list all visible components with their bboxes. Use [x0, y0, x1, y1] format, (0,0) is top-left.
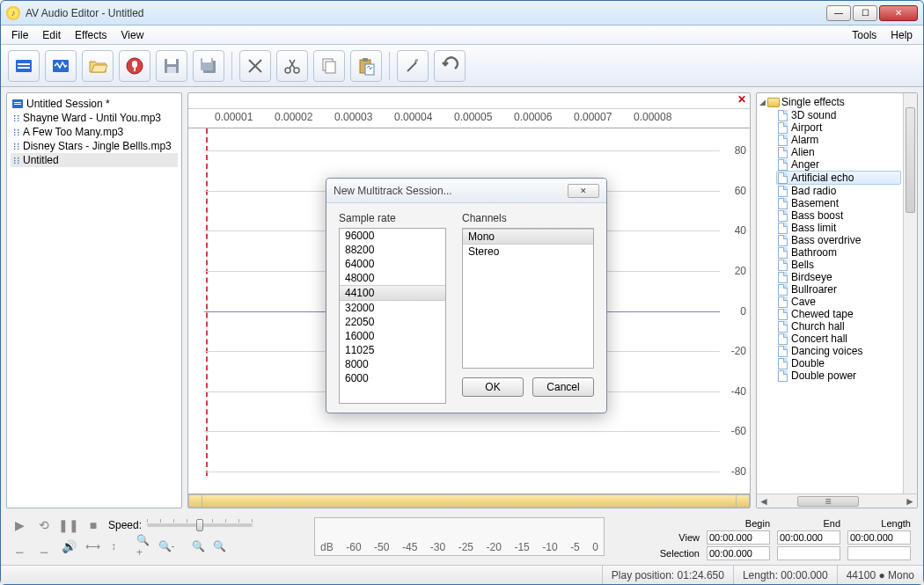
sel-end-input[interactable] [777, 546, 840, 560]
view-begin-input[interactable] [707, 530, 770, 545]
channels-listbox[interactable]: MonoStereo [462, 228, 594, 369]
zoom-out-button[interactable]: 🔍- [158, 538, 175, 554]
menu-tools[interactable]: Tools [845, 27, 884, 43]
maximize-button[interactable]: ☐ [853, 5, 877, 21]
file-item[interactable]: ⫶⫶Untitled [11, 153, 178, 167]
save-all-button[interactable] [193, 50, 224, 82]
sample-rate-option[interactable]: 11025 [340, 343, 445, 357]
sample-rate-option[interactable]: 22050 [340, 315, 445, 329]
scroll-left-cap[interactable] [188, 494, 202, 508]
collapse-icon[interactable]: ◢ [759, 98, 766, 106]
playhead-marker[interactable] [206, 128, 208, 476]
close-button[interactable]: ✕ [879, 5, 918, 21]
sample-rate-option[interactable]: 96000 [340, 229, 445, 243]
effect-item[interactable]: Bad radio [776, 185, 901, 197]
play-button[interactable]: ▶ [10, 517, 29, 533]
effect-item[interactable]: Artificial echo [776, 171, 901, 185]
minimize-button[interactable]: — [826, 5, 851, 21]
new-session-dialog[interactable]: New Multitrack Session... ✕ Sample rate … [326, 178, 607, 413]
effect-item[interactable]: Bathroom [776, 246, 901, 259]
sample-rate-option[interactable]: 6000 [340, 371, 445, 385]
zoom-in-button[interactable]: 🔍+ [136, 538, 154, 554]
copy-cut-button[interactable] [276, 50, 308, 82]
pause-button[interactable]: ❚❚ [59, 517, 78, 533]
effects-hscrollbar[interactable]: ◄ ≡ ► [757, 494, 917, 508]
effect-item[interactable]: 3D sound [776, 109, 901, 121]
undo-button[interactable] [434, 50, 466, 82]
sample-rate-option[interactable]: 48000 [340, 271, 445, 285]
effect-item[interactable]: Airport [776, 121, 901, 134]
effect-item[interactable]: Alien [776, 146, 901, 158]
effect-item[interactable]: Basement [776, 197, 901, 209]
effect-item[interactable]: Double [776, 357, 901, 369]
sample-rate-listbox[interactable]: 9600088200640004800044100320002205016000… [339, 228, 446, 404]
sample-rate-option[interactable]: 32000 [340, 301, 445, 315]
effect-item[interactable]: Cave [776, 296, 901, 308]
prev-button[interactable]: ⎯ [10, 538, 29, 554]
effect-item[interactable]: Alarm [776, 134, 901, 146]
open-button[interactable] [82, 50, 114, 82]
dialog-close-button[interactable]: ✕ [568, 184, 599, 198]
sample-rate-option[interactable]: 16000 [340, 329, 445, 343]
copy-button[interactable] [313, 50, 345, 82]
sel-length-input[interactable] [847, 546, 911, 560]
file-item[interactable]: ⫶⫶Disney Stars - Jingle Bellls.mp3 [11, 139, 178, 153]
sample-rate-option[interactable]: 8000 [340, 357, 445, 371]
zoom-reset-button[interactable]: 🔍 [210, 538, 228, 554]
new-session-button[interactable] [8, 50, 40, 82]
effect-item[interactable]: Concert hall [776, 333, 901, 345]
effect-item[interactable]: Anger [776, 158, 901, 171]
slider-knob[interactable] [196, 519, 203, 531]
sel-begin-input[interactable] [707, 546, 770, 560]
time-ruler[interactable]: 0.000010.000020.000030.000040.000050.000… [188, 109, 750, 128]
effects-wand-button[interactable] [397, 50, 429, 82]
effect-item[interactable]: Double power [776, 369, 901, 382]
effect-item[interactable]: Bass boost [776, 209, 901, 222]
menu-help[interactable]: Help [884, 27, 920, 43]
view-length-input[interactable] [847, 530, 911, 545]
scroll-track[interactable] [202, 494, 736, 508]
speed-slider[interactable] [147, 523, 253, 527]
stop-button[interactable]: ■ [84, 517, 103, 533]
horizontal-scrollbar[interactable] [188, 494, 750, 508]
sample-rate-option[interactable]: 88200 [340, 243, 445, 257]
record-button[interactable] [119, 50, 150, 82]
effect-item[interactable]: Bells [776, 259, 901, 271]
new-file-button[interactable] [45, 50, 77, 82]
zoom-fit-v-button[interactable]: ↕ [105, 538, 122, 554]
channel-option[interactable]: Mono [463, 229, 593, 245]
menu-view[interactable]: View [114, 27, 151, 43]
file-item[interactable]: ⫶⫶Shayne Ward - Until You.mp3 [11, 111, 178, 125]
effect-item[interactable]: Bullroarer [776, 283, 901, 296]
effect-item[interactable]: Birdseye [776, 271, 901, 283]
dialog-titlebar[interactable]: New Multitrack Session... ✕ [326, 179, 606, 203]
view-end-input[interactable] [777, 530, 840, 545]
effect-item[interactable]: Dancing voices [776, 345, 901, 357]
effect-item[interactable]: Chewed tape [776, 308, 901, 320]
zoom-fit-h-button[interactable]: ⟷ [84, 538, 101, 554]
close-tab-icon[interactable]: ✕ [737, 93, 746, 108]
scroll-thumb[interactable] [906, 107, 915, 213]
channel-option[interactable]: Stereo [463, 245, 593, 259]
tree-root[interactable]: ◢Single effects [759, 95, 901, 109]
save-button[interactable] [156, 50, 187, 82]
menu-file[interactable]: File [4, 27, 35, 43]
sample-rate-option[interactable]: 44100 [340, 285, 445, 301]
scroll-right-icon[interactable]: ► [903, 495, 917, 508]
file-item[interactable]: Untitled Session * [11, 97, 178, 111]
loop-button[interactable]: ⟲ [34, 517, 54, 533]
sample-rate-option[interactable]: 64000 [340, 257, 445, 271]
file-item[interactable]: ⫶⫶A Few Too Many.mp3 [11, 125, 178, 139]
paste-button[interactable] [350, 50, 382, 82]
next-button[interactable]: ⎯ [34, 538, 54, 554]
effect-item[interactable]: Bass limit [776, 222, 901, 234]
ok-button[interactable]: OK [462, 377, 524, 397]
titlebar[interactable]: ♪ AV Audio Editor - Untitled — ☐ ✕ [1, 1, 923, 26]
volume-button[interactable]: 🔊 [59, 538, 78, 554]
menu-effects[interactable]: Effects [68, 27, 114, 43]
scroll-left-icon[interactable]: ◄ [757, 495, 771, 508]
effect-item[interactable]: Bass overdrive [776, 234, 901, 246]
zoom-sel-button[interactable]: 🔍 [189, 538, 207, 554]
menu-edit[interactable]: Edit [35, 27, 68, 43]
scroll-right-cap[interactable] [736, 494, 750, 508]
